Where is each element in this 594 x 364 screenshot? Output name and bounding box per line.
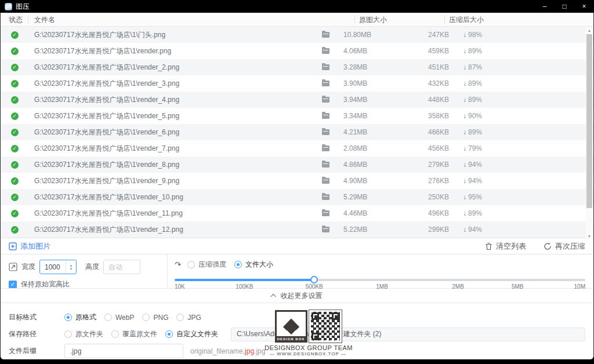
clear-list-button[interactable]: 清空列表: [485, 241, 526, 252]
column-original-size[interactable]: 原图大小: [354, 16, 444, 24]
refresh-icon: [544, 242, 552, 250]
scroll-up-icon[interactable]: ▲: [586, 27, 593, 34]
table-row[interactable]: ✓ G:\20230717水光屋吾悦广场店\1\render_8.png 4.8…: [1, 156, 593, 173]
down-arrow-icon: ↓: [463, 193, 466, 201]
vertical-scrollbar[interactable]: ▲ ▼: [586, 27, 593, 239]
filesize-slider[interactable]: 10K100KB500KB1MB2MB5MB10M: [175, 277, 585, 287]
column-compressed-size[interactable]: 压缩后大小: [444, 16, 593, 24]
compressed-size: 432KB: [428, 79, 463, 88]
compressed-size: 358KB: [428, 112, 463, 120]
column-filename[interactable]: 文件名: [28, 16, 354, 24]
format-option[interactable]: JPG: [176, 314, 201, 322]
main-content: 状态 文件名 原图大小 压缩后大小 ✓ G:\20230717水光屋吾悦广场店\…: [0, 13, 594, 359]
table-row[interactable]: ✓ G:\20230717水光屋吾悦广场店\1\render_11.png 4.…: [1, 205, 593, 221]
radio-label: PNG: [153, 314, 168, 322]
compressed-size: 250KB: [428, 193, 463, 201]
saving-percent: 89%: [468, 79, 482, 88]
table-row[interactable]: ✓ G:\20230717水光屋吾悦广场店\1\render_5.png 3.3…: [1, 108, 593, 124]
close-button[interactable]: ×: [574, 0, 594, 13]
format-option[interactable]: 原格式: [64, 312, 96, 322]
table-row[interactable]: ✓ G:\20230717水光屋吾悦广场店\1\render_10.png 5.…: [1, 189, 593, 205]
slider-handle[interactable]: [310, 276, 318, 283]
folder-icon[interactable]: [322, 178, 329, 184]
radio-label: 覆盖原文件: [122, 329, 157, 339]
folder-icon[interactable]: [322, 81, 329, 86]
chevron-up-icon: [270, 293, 276, 299]
settings-panel: 宽度 ▲▼ 高度 ✓ 保持原始宽高比 ↷ 压缩强度文件大小: [1, 254, 593, 288]
folder-icon[interactable]: [322, 227, 329, 232]
collapse-settings-button[interactable]: 收起更多设置: [1, 288, 593, 303]
table-row[interactable]: ✓ G:\20230717水光屋吾悦广场店\1\render_12.png 5.…: [1, 221, 593, 238]
minimize-button[interactable]: –: [535, 0, 555, 13]
width-label: 宽度: [21, 262, 35, 272]
original-size: 4.46MB: [338, 209, 428, 217]
save-path-option[interactable]: 自定义文件夹: [165, 329, 218, 339]
folder-icon[interactable]: [322, 64, 329, 70]
recompress-button[interactable]: 再次压缩: [544, 241, 585, 252]
suffix-input[interactable]: [64, 344, 183, 358]
resize-icon: [9, 263, 17, 271]
down-arrow-icon: ↓: [463, 128, 466, 136]
save-path-option[interactable]: 原文件夹: [64, 329, 103, 339]
slider-tick-label: 10K: [175, 283, 185, 290]
table-row[interactable]: ✓ G:\20230717水光屋吾悦广场店\1\render_9.png 4.9…: [1, 173, 593, 189]
table-row[interactable]: ✓ G:\20230717水光屋吾悦广场店\1\门头.png 10.80MB 2…: [1, 27, 593, 43]
folder-icon[interactable]: [322, 48, 329, 54]
folder-icon[interactable]: [322, 113, 329, 119]
radio-icon: [64, 330, 72, 338]
success-status-icon: ✓: [11, 177, 19, 185]
original-size: 5.22MB: [338, 225, 428, 234]
column-status[interactable]: 状态: [1, 16, 28, 24]
file-path: G:\20230717水光屋吾悦广场店\1\render.png: [28, 46, 322, 56]
stepper-icon[interactable]: ▲▼: [66, 260, 76, 274]
file-path: G:\20230717水光屋吾悦广场店\1\render_6.png: [28, 128, 322, 137]
height-input[interactable]: [103, 260, 140, 274]
table-header: 状态 文件名 原图大小 压缩后大小: [1, 13, 593, 27]
success-status-icon: ✓: [11, 31, 19, 39]
table-row[interactable]: ✓ G:\20230717水光屋吾悦广场店\1\render_6.png 4.2…: [1, 124, 593, 140]
success-status-icon: ✓: [11, 96, 19, 104]
keep-ratio-checkbox[interactable]: ✓: [9, 281, 17, 289]
folder-icon[interactable]: [322, 162, 329, 168]
radio-icon: [187, 261, 195, 268]
file-path: G:\20230717水光屋吾悦广场店\1\render_9.png: [28, 176, 322, 186]
slider-tick-label: 5MB: [512, 283, 524, 290]
table-row[interactable]: ✓ G:\20230717水光屋吾悦广场店\1\render_4.png 3.9…: [1, 92, 593, 108]
toolbar: 添加图片 清空列表 再次压缩: [1, 238, 593, 254]
file-path: G:\20230717水光屋吾悦广场店\1\render_11.png: [28, 209, 322, 219]
slider-tick-label: 500KB: [306, 283, 323, 290]
radio-label: 文件大小: [245, 260, 273, 270]
compressed-size: 456KB: [428, 144, 463, 152]
scroll-down-icon[interactable]: ▼: [586, 233, 593, 239]
folder-icon[interactable]: [322, 194, 329, 200]
folder-icon[interactable]: [322, 129, 329, 135]
reset-curve-icon[interactable]: ↷: [175, 260, 181, 269]
table-row[interactable]: ✓ G:\20230717水光屋吾悦广场店\1\render_3.png 3.9…: [1, 75, 593, 92]
maximize-button[interactable]: □: [555, 0, 574, 13]
radio-icon: [111, 330, 119, 338]
table-row[interactable]: ✓ G:\20230717水光屋吾悦广场店\1\render_7.png 2.0…: [1, 140, 593, 156]
compression-mode-option[interactable]: 文件大小: [234, 260, 273, 270]
folder-icon[interactable]: [322, 145, 329, 151]
compression-mode-option[interactable]: 压缩强度: [187, 260, 226, 270]
compressed-size: 459KB: [428, 47, 463, 55]
down-arrow-icon: ↓: [463, 225, 466, 234]
folder-icon[interactable]: [322, 210, 329, 216]
folder-icon[interactable]: [322, 97, 329, 103]
add-images-button[interactable]: 添加图片: [9, 241, 50, 252]
saving-percent: 95%: [468, 193, 482, 201]
save-path-option[interactable]: 覆盖原文件: [111, 329, 157, 339]
down-arrow-icon: ↓: [463, 79, 466, 88]
format-option[interactable]: WebP: [104, 314, 134, 322]
table-row[interactable]: ✓ G:\20230717水光屋吾悦广场店\1\render.png 4.06M…: [1, 43, 593, 59]
format-option[interactable]: PNG: [142, 314, 168, 322]
width-value-field[interactable]: [40, 263, 63, 271]
folder-icon[interactable]: [322, 32, 329, 38]
radio-icon: [176, 314, 184, 321]
scrollbar-thumb[interactable]: [586, 34, 592, 208]
saving-percent: 94%: [468, 225, 482, 234]
slider-tick-label: 10M: [574, 283, 585, 290]
width-input[interactable]: ▲▼: [39, 260, 77, 274]
save-path-radio-group: 原文件夹覆盖原文件自定义文件夹: [64, 329, 226, 339]
table-row[interactable]: ✓ G:\20230717水光屋吾悦广场店\1\render_2.png 3.2…: [1, 59, 593, 75]
